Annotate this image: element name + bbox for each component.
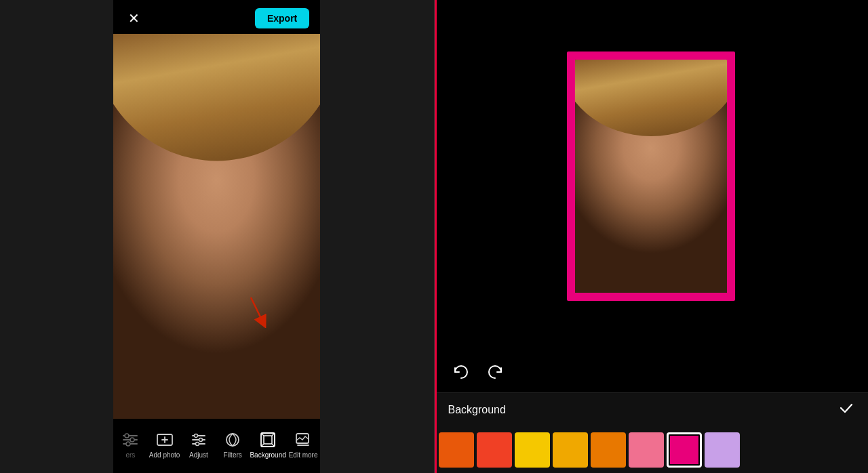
svg-point-15 <box>195 442 199 445</box>
svg-point-4 <box>125 434 129 438</box>
swatch-yellow[interactable] <box>515 432 550 468</box>
confirm-button[interactable] <box>838 400 854 420</box>
adjust-icon <box>190 431 208 449</box>
face-image <box>113 34 320 419</box>
svg-point-6 <box>126 442 130 446</box>
edit-more-icon <box>294 431 312 449</box>
arrow-icon <box>244 294 271 328</box>
toolbar-label-add-photo: Add photo <box>149 451 180 459</box>
swatch-orange[interactable] <box>591 432 626 468</box>
toolbar-label-filters-partial: ers <box>125 451 135 459</box>
add-photo-icon <box>156 431 174 449</box>
filters-icon <box>224 431 241 449</box>
background-icon <box>259 431 277 449</box>
toolbar-item-background[interactable]: Background <box>250 431 285 459</box>
svg-point-14 <box>199 438 202 441</box>
toolbar-item-edit-more[interactable]: Edit more <box>286 431 320 459</box>
toolbar-label-adjust: Adjust <box>189 451 208 459</box>
inner-photo <box>575 60 727 293</box>
right-border-accent <box>435 0 437 473</box>
svg-point-13 <box>194 434 197 437</box>
swatch-hot-pink[interactable] <box>667 432 702 468</box>
redo-button[interactable] <box>484 360 508 384</box>
undo-button[interactable] <box>448 360 473 384</box>
inner-face-image <box>575 60 727 293</box>
phone-frame: ✕ Export <box>113 0 320 473</box>
swatch-red[interactable] <box>477 432 512 468</box>
toolbar-label-edit-more: Edit more <box>289 451 318 459</box>
toolbar-item-add-photo[interactable]: Add photo <box>148 431 182 459</box>
arrow-indicator <box>244 294 271 331</box>
background-bar: Background <box>435 392 869 427</box>
bottom-toolbar: ers Add photo <box>113 419 320 473</box>
swatch-amber[interactable] <box>553 432 588 468</box>
photo-with-background <box>567 52 735 301</box>
toolbar-label-background: Background <box>250 451 285 459</box>
photo-area <box>113 34 320 419</box>
swatch-orange-red[interactable] <box>439 432 474 468</box>
color-swatches <box>435 427 869 473</box>
svg-point-16 <box>226 434 239 446</box>
left-panel: ✕ Export <box>0 0 434 473</box>
controls-row <box>435 352 869 392</box>
svg-point-5 <box>130 438 134 442</box>
swatch-lavender[interactable] <box>705 432 740 468</box>
toolbar-item-filters-partial: ers <box>113 431 147 459</box>
export-button[interactable]: Export <box>255 8 309 28</box>
phone-header: ✕ Export <box>113 0 320 34</box>
toolbar-item-adjust[interactable]: Adjust <box>182 431 216 459</box>
toolbar-label-filters: Filters <box>224 451 242 459</box>
photo-placeholder <box>113 34 320 419</box>
right-panel: Background <box>435 0 869 473</box>
svg-rect-18 <box>264 436 272 444</box>
preview-area <box>435 0 869 352</box>
svg-line-0 <box>251 297 263 323</box>
swatch-pink[interactable] <box>629 432 664 468</box>
toolbar-item-filters[interactable]: Filters <box>216 431 250 459</box>
close-button[interactable]: ✕ <box>124 9 143 28</box>
background-label: Background <box>448 404 506 416</box>
filters-partial-icon <box>121 431 139 449</box>
